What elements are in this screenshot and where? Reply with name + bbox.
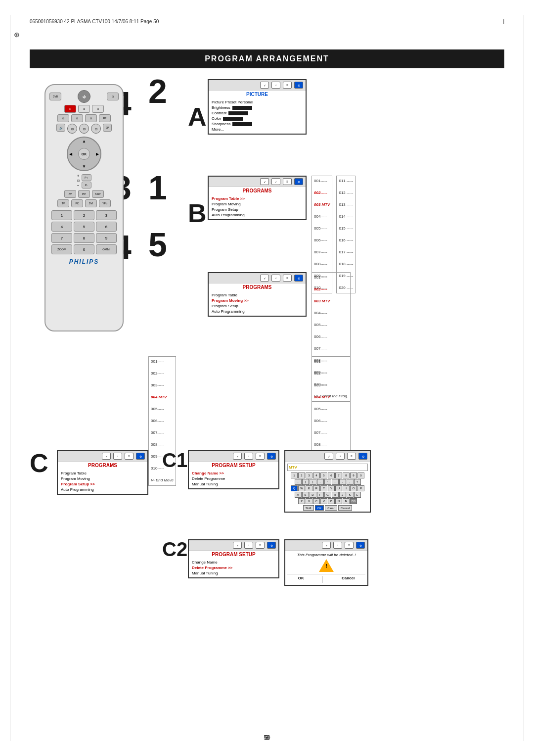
kb-h[interactable]: H bbox=[332, 492, 339, 498]
pip-btn[interactable]: PIP bbox=[78, 190, 90, 198]
kb-quest[interactable]: ? bbox=[354, 479, 361, 485]
kb-7[interactable]: 7 bbox=[335, 472, 342, 478]
back-btn[interactable]: ⊡ bbox=[91, 124, 101, 134]
kb-3[interactable]: 3 bbox=[306, 472, 312, 478]
dpad-up[interactable]: ▲ bbox=[82, 139, 86, 143]
kb-ok[interactable]: OK bbox=[315, 505, 324, 511]
num-8[interactable]: 8 bbox=[74, 233, 94, 243]
kb-9[interactable]: 9 bbox=[350, 472, 357, 478]
num-9[interactable]: 9 bbox=[96, 233, 117, 243]
screen-b-content: Program Table >> Program Moving Program … bbox=[209, 194, 306, 219]
num-7[interactable]: 7 bbox=[51, 233, 72, 243]
kb-shift[interactable]: Shift bbox=[303, 505, 314, 511]
kb-dash[interactable]: - bbox=[295, 479, 302, 485]
tele-btn[interactable]: ⊕ bbox=[78, 105, 90, 113]
dpad-down[interactable]: ▼ bbox=[82, 164, 86, 169]
btn-4a[interactable]: R2 bbox=[99, 114, 111, 122]
dvb-btn[interactable]: DVB bbox=[49, 93, 61, 100]
kb-clear[interactable]: Clear bbox=[325, 505, 337, 511]
kb-g[interactable]: G bbox=[324, 492, 331, 498]
ok-btn[interactable]: OK bbox=[78, 148, 90, 160]
pb-007: 007----- bbox=[314, 346, 348, 352]
num-4[interactable]: 4 bbox=[51, 222, 72, 232]
kb-z[interactable]: Z bbox=[298, 498, 305, 504]
kb-r[interactable]: R bbox=[313, 485, 320, 491]
red-btn[interactable]: ⊡ bbox=[64, 105, 76, 113]
kb-q[interactable]: Q bbox=[291, 485, 298, 491]
kb-0[interactable]: 0 bbox=[357, 472, 364, 478]
dpad-left[interactable]: ◀ bbox=[69, 152, 72, 156]
kb-comma[interactable]: , bbox=[347, 479, 354, 485]
kb-o[interactable]: O bbox=[350, 485, 357, 491]
kb-y[interactable]: Y bbox=[328, 485, 335, 491]
pp-btn[interactable]: P+ bbox=[82, 174, 91, 181]
subtitle-btn[interactable]: ⊡ bbox=[107, 93, 119, 100]
num-2[interactable]: 2 bbox=[74, 210, 94, 220]
warning-cancel-btn[interactable]: Cancel bbox=[339, 576, 357, 583]
kb-d[interactable]: D bbox=[310, 492, 316, 498]
kb-w[interactable]: W bbox=[298, 485, 305, 491]
rec-btn[interactable]: ⊡ bbox=[77, 179, 80, 182]
dvi-source[interactable]: DVI bbox=[85, 199, 97, 207]
mute-btn[interactable]: 🔊 bbox=[56, 124, 65, 132]
pm-btn[interactable]: P- bbox=[82, 182, 91, 189]
kb-dash2[interactable]: - bbox=[317, 479, 324, 485]
kb-a[interactable]: A bbox=[295, 492, 302, 498]
btn-3a[interactable]: ⊡ bbox=[85, 114, 97, 122]
num-0[interactable]: 0 bbox=[74, 244, 94, 254]
kb-dash3[interactable]: - bbox=[332, 479, 339, 485]
num-3[interactable]: 3 bbox=[96, 210, 117, 220]
kb-n[interactable]: N bbox=[335, 498, 342, 504]
kb-m[interactable]: M bbox=[343, 498, 350, 504]
epg-btn[interactable]: EP bbox=[103, 124, 112, 132]
kb-l[interactable]: L bbox=[354, 492, 361, 498]
dpad-right[interactable]: ▶ bbox=[96, 152, 99, 156]
kb-e[interactable]: E bbox=[306, 485, 312, 491]
kb-4[interactable]: 4 bbox=[313, 472, 320, 478]
kb-c[interactable]: C bbox=[313, 498, 320, 504]
kb-f[interactable]: F bbox=[317, 492, 324, 498]
ml-003: 003----- bbox=[151, 382, 174, 388]
num-omni[interactable]: OMNI bbox=[96, 244, 117, 254]
kb-x[interactable]: X bbox=[306, 498, 312, 504]
ypbpr-source[interactable]: YPb bbox=[99, 199, 111, 207]
kb-cancel[interactable]: Cancel bbox=[338, 505, 353, 511]
fav-btn[interactable]: ⊡ bbox=[92, 105, 104, 113]
dpad[interactable]: ▲ ▼ ◀ ▶ OK bbox=[67, 137, 101, 171]
pc-source[interactable]: PC bbox=[71, 199, 83, 207]
num-5[interactable]: 5 bbox=[74, 222, 94, 232]
kb-p[interactable]: P bbox=[357, 485, 364, 491]
kb-apos[interactable]: ' bbox=[324, 479, 331, 485]
kb-b[interactable]: B bbox=[328, 498, 335, 504]
kb-lparen[interactable]: ( bbox=[302, 479, 309, 485]
kb-bs[interactable]: BS bbox=[350, 498, 357, 504]
kb-asdf-row: A S D F G H J K L bbox=[286, 492, 369, 498]
kb-i[interactable]: I bbox=[343, 485, 350, 491]
num-zoom[interactable]: ZOOM bbox=[51, 244, 72, 254]
btn-2a[interactable]: ⊡ bbox=[71, 114, 83, 122]
power-btn[interactable]: ⏻ bbox=[78, 90, 90, 103]
step-5-container: 5 bbox=[148, 228, 167, 261]
kb-v[interactable]: V bbox=[320, 498, 327, 504]
kb-k[interactable]: K bbox=[347, 492, 354, 498]
kb-5[interactable]: 5 bbox=[320, 472, 327, 478]
tv-btn[interactable]: SWP bbox=[92, 190, 104, 198]
kb-t[interactable]: T bbox=[320, 485, 327, 491]
kb-j[interactable]: J bbox=[339, 492, 346, 498]
kb-s[interactable]: S bbox=[302, 492, 309, 498]
kb-u[interactable]: U bbox=[335, 485, 342, 491]
warning-ok-btn[interactable]: OK bbox=[295, 576, 307, 583]
kb-rparen[interactable]: ) bbox=[310, 479, 316, 485]
num-1[interactable]: 1 bbox=[51, 210, 72, 220]
num-6[interactable]: 6 bbox=[96, 222, 117, 232]
av-btn[interactable]: AV bbox=[64, 190, 76, 198]
kb-6[interactable]: 6 bbox=[328, 472, 335, 478]
kb-8[interactable]: 8 bbox=[343, 472, 350, 478]
guide-btn[interactable]: ⊡ bbox=[79, 124, 89, 134]
kb-1[interactable]: 1 bbox=[291, 472, 298, 478]
btn-1a[interactable]: ⊡ bbox=[57, 114, 69, 122]
tv-source[interactable]: TV bbox=[57, 199, 69, 207]
kb-period[interactable]: . bbox=[339, 479, 346, 485]
menu-btn[interactable]: ⊡ bbox=[67, 124, 77, 134]
kb-2[interactable]: 2 bbox=[298, 472, 305, 478]
